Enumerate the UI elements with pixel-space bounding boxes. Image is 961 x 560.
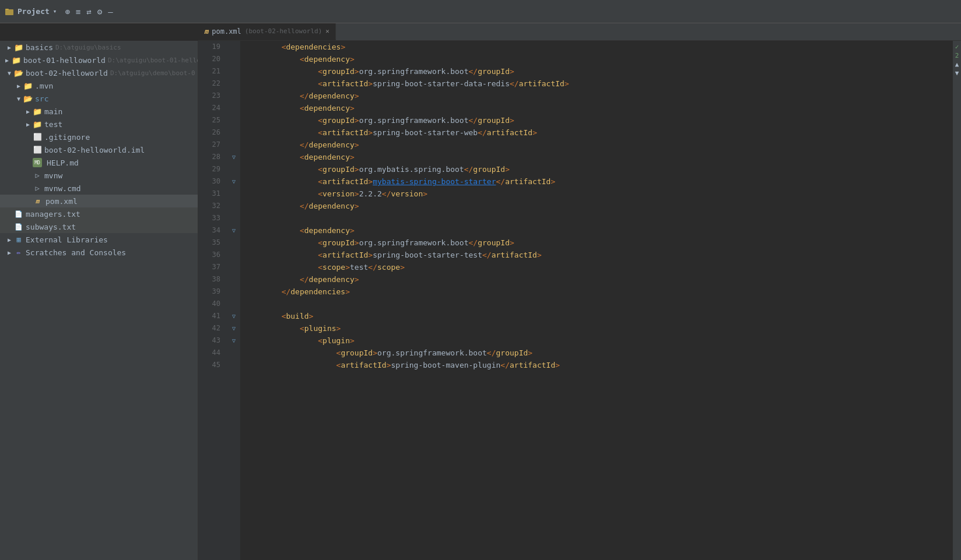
fold-marker (227, 90, 240, 102)
project-panel-header: Project ▾ ⊕ ≡ ⇄ ⚙ — (5, 7, 203, 16)
sidebar-item-boot02[interactable]: ▼ 📂 boot-02-helloworld D:\atguigu\demo\b… (0, 66, 198, 79)
tab-project: (boot-02-helloworld) (245, 27, 322, 35)
line-number: 37 (198, 261, 223, 273)
txt-icon: 📄 (14, 222, 23, 231)
fold-marker (227, 102, 240, 114)
fold-marker (227, 359, 240, 371)
sidebar-item-basics[interactable]: ▶ 📁 basics D:\atguigu\basics (0, 41, 198, 54)
code-line: <groupId>org.springframework.boot</group… (245, 114, 948, 126)
fold-gutter: ▽▽▽▽▽▽ (227, 41, 240, 560)
library-icon: ▦ (14, 235, 23, 244)
line-number: 32 (198, 200, 223, 212)
folder-icon: 📁 (14, 43, 23, 52)
tab-pom-xml[interactable]: m pom.xml (boot-02-helloworld) ✕ (198, 23, 336, 40)
file-icon: ⬜ (33, 132, 42, 142)
sidebar-item-mvn[interactable]: ▶ 📁 .mvn (0, 79, 198, 92)
line-number: 33 (198, 212, 223, 224)
project-title[interactable]: Project (17, 7, 50, 16)
annotation-bar: ✓ 2 ▲ ▼ (953, 41, 961, 560)
sidebar-item-pom-xml[interactable]: m pom.xml (0, 195, 198, 207)
sidebar-item-boot01[interactable]: ▶ 📁 boot-01-helloworld D:\atguigu\boot-0… (0, 54, 198, 66)
line-number: 19 (198, 41, 223, 53)
folder-icon: 📁 (12, 55, 21, 65)
arrow-icon: ▶ (23, 119, 33, 129)
sidebar-item-iml[interactable]: ⬜ boot-02-helloworld.iml (0, 143, 198, 156)
fold-marker (227, 53, 240, 65)
fold-marker[interactable]: ▽ (227, 310, 240, 322)
sidebar-item-src[interactable]: ▼ 📂 src (0, 92, 198, 105)
check-count: 2 (955, 52, 959, 59)
fold-marker[interactable]: ▽ (227, 151, 240, 163)
folder-icon: 📁 (33, 119, 42, 129)
sidebar-item-test[interactable]: ▶ 📁 test (0, 118, 198, 131)
sidebar-item-mvnw[interactable]: ▷ mvnw (0, 169, 198, 182)
list-icon[interactable]: ≡ (76, 7, 80, 16)
up-arrow-icon[interactable]: ▲ (955, 61, 959, 68)
code-line: <build> (245, 310, 948, 322)
sidebar-item-mvnw-cmd[interactable]: ▷ mvnw.cmd (0, 182, 198, 195)
code-line: <artifactId>spring-boot-starter-web</art… (245, 126, 948, 139)
fold-marker[interactable]: ▽ (227, 334, 240, 347)
code-line: <artifactId>mybatis-spring-boot-starter<… (245, 175, 948, 188)
split-icon[interactable]: ⇄ (86, 7, 91, 16)
code-line: </dependency> (245, 90, 948, 102)
item-label: basics (26, 43, 53, 52)
item-label: .gitignore (44, 133, 90, 142)
item-label: HELP.md (47, 159, 79, 167)
line-number: 43 (198, 334, 223, 347)
sidebar-item-external-libraries[interactable]: ▶ ▦ External Libraries (0, 233, 198, 246)
scratch-icon: ✏ (14, 248, 23, 257)
sidebar-item-help[interactable]: MD HELP.md (0, 156, 198, 169)
line-number: 26 (198, 126, 223, 139)
code-line (245, 298, 948, 310)
line-number: 42 (198, 322, 223, 334)
line-number: 30 (198, 175, 223, 188)
code-line: <groupId>org.springframework.boot</group… (245, 237, 948, 249)
code-line: <dependency> (245, 151, 948, 163)
item-label: src (35, 94, 48, 103)
project-dropdown-icon[interactable]: ▾ (53, 8, 57, 15)
line-number: 31 (198, 188, 223, 200)
code-line (245, 212, 948, 224)
fold-marker (227, 188, 240, 200)
tab-close-button[interactable]: ✕ (325, 27, 329, 35)
fold-marker (227, 347, 240, 359)
code-editor[interactable]: <dependencies> <dependency> <groupId>org… (240, 41, 953, 560)
sidebar-item-gitignore[interactable]: ⬜ .gitignore (0, 131, 198, 143)
settings-icon[interactable]: ⚙ (97, 7, 102, 16)
line-number-gutter: 1920212223242526272829303132333435363738… (198, 41, 227, 560)
item-label: test (44, 120, 62, 129)
arrow-placeholder (5, 222, 14, 231)
item-label: mvnw (44, 171, 62, 180)
code-line: <dependency> (245, 224, 948, 237)
fold-marker[interactable]: ▽ (227, 175, 240, 188)
add-icon[interactable]: ⊕ (65, 7, 69, 16)
editor-area: 1920212223242526272829303132333435363738… (198, 41, 961, 560)
down-arrow-icon[interactable]: ▼ (955, 69, 959, 77)
check-icon: ✓ (955, 43, 959, 51)
item-label: subways.txt (26, 223, 76, 231)
fold-marker (227, 126, 240, 139)
project-sidebar: ▶ 📁 basics D:\atguigu\basics ▶ 📁 boot-01… (0, 41, 198, 560)
minimize-icon[interactable]: — (108, 7, 113, 16)
sidebar-item-managers[interactable]: 📄 managers.txt (0, 207, 198, 220)
code-line: <groupId>org.springframework.boot</group… (245, 347, 948, 359)
fold-marker (227, 78, 240, 90)
arrow-icon: ▼ (14, 94, 23, 103)
arrow-placeholder (23, 184, 33, 193)
fold-marker[interactable]: ▽ (227, 322, 240, 334)
code-line: <dependency> (245, 102, 948, 114)
line-number: 22 (198, 78, 223, 90)
tab-bar: m pom.xml (boot-02-helloworld) ✕ (198, 23, 961, 41)
fold-marker[interactable]: ▽ (227, 224, 240, 237)
arrow-placeholder (23, 145, 33, 154)
code-line: </dependencies> (245, 286, 948, 298)
sidebar-item-main[interactable]: ▶ 📁 main (0, 105, 198, 118)
sidebar-item-subways[interactable]: 📄 subways.txt (0, 220, 198, 233)
fold-marker (227, 200, 240, 212)
line-number: 44 (198, 347, 223, 359)
arrow-icon: ▶ (23, 107, 33, 116)
sidebar-item-scratches[interactable]: ▶ ✏ Scratches and Consoles (0, 246, 198, 259)
file-icon: ▷ (33, 184, 42, 193)
item-path: D:\atguigu\demo\boot-0 (110, 69, 195, 77)
